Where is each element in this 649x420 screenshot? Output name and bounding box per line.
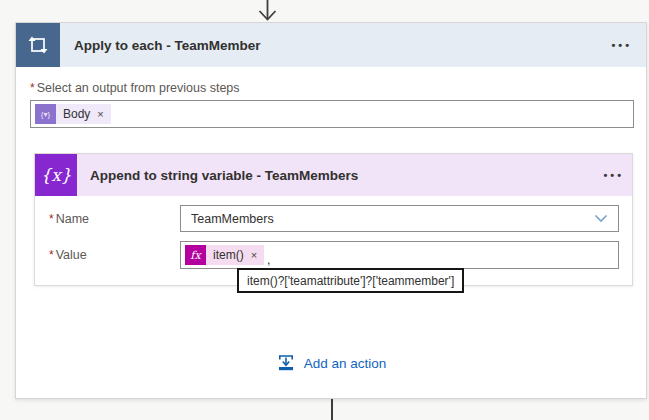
add-an-action-label: Add an action	[304, 356, 387, 371]
token-label: item()	[213, 248, 244, 262]
required-asterisk: *	[49, 248, 54, 262]
value-input[interactable]: fx item() × ,	[180, 241, 619, 269]
remove-token-icon[interactable]: ×	[251, 249, 257, 261]
more-options-icon[interactable]: •••	[603, 169, 624, 181]
add-an-action-button[interactable]: Add an action	[16, 353, 646, 373]
apply-to-each-header[interactable]: Apply to each - TeamMember •••	[16, 23, 646, 67]
more-options-icon[interactable]: •••	[611, 39, 632, 51]
flow-designer-canvas: Apply to each - TeamMember ••• *Select a…	[0, 0, 649, 420]
item-expression-token[interactable]: fx item() ×	[185, 245, 264, 265]
apply-to-each-icon	[16, 23, 60, 67]
apply-to-each-card: Apply to each - TeamMember ••• *Select a…	[15, 22, 647, 399]
remove-token-icon[interactable]: ×	[97, 108, 103, 120]
body-token[interactable]: {▾} Body ×	[35, 104, 111, 124]
append-to-string-header[interactable]: {x} Append to string variable - TeamMemb…	[35, 154, 632, 196]
name-select[interactable]: TeamMembers	[180, 205, 619, 232]
output-field-label: *Select an output from previous steps	[30, 81, 240, 95]
value-text: ,	[267, 253, 270, 267]
add-action-icon	[276, 353, 296, 373]
chevron-down-icon	[594, 214, 608, 223]
connector-down-arrow-icon	[256, 0, 280, 22]
value-field-label: *Value	[49, 248, 87, 262]
token-label: Body	[63, 107, 90, 121]
connector-line	[331, 399, 333, 420]
name-select-value: TeamMembers	[191, 212, 274, 226]
dynamic-content-icon: {▾}	[35, 104, 56, 124]
append-to-string-title: Append to string variable - TeamMembers	[90, 168, 358, 183]
apply-to-each-title: Apply to each - TeamMember	[74, 38, 261, 53]
output-input[interactable]: {▾} Body ×	[30, 100, 634, 128]
name-field-label: *Name	[49, 212, 89, 226]
variable-icon: {x}	[35, 154, 77, 196]
expression-tooltip: item()?['teamattribute']?['teammember']	[237, 268, 464, 293]
append-to-string-card: {x} Append to string variable - TeamMemb…	[34, 153, 633, 286]
required-asterisk: *	[30, 81, 35, 95]
required-asterisk: *	[49, 212, 54, 226]
fx-expression-icon: fx	[185, 245, 206, 265]
